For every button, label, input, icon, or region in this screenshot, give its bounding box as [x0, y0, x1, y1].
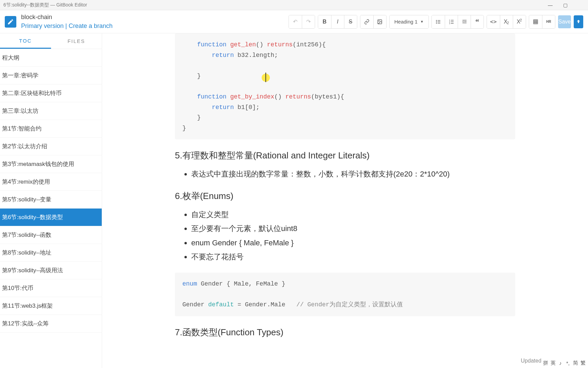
editor-content: function get_len() returns(int256){ retu…	[175, 33, 515, 338]
ime-bar[interactable]: 拼 英 ♪ *, 简 繁	[541, 358, 587, 367]
section-7-heading[interactable]: 7.函数类型(Function Types)	[175, 326, 515, 338]
bold-button[interactable]: B	[318, 15, 331, 28]
redo-button[interactable]: ↷	[302, 15, 315, 28]
list-item[interactable]: 自定义类型	[191, 208, 515, 221]
svg-rect-16	[462, 22, 467, 23]
toc-item[interactable]: 第11节:web3.js框架	[0, 297, 102, 315]
superscript-button[interactable]: X2	[513, 15, 526, 28]
chevron-down-icon: ▼	[420, 20, 424, 24]
list-item[interactable]: 至少要有一个元素，默认位uint8	[191, 222, 515, 235]
toc-item[interactable]: 第12节:实战--众筹	[0, 315, 102, 333]
italic-button[interactable]: I	[331, 15, 344, 28]
content-area: TOC FILES 程大纲第一章:密码学第二章:区块链和比特币第三章:以太坊第1…	[0, 33, 588, 368]
code-button[interactable]: <>	[487, 15, 500, 28]
text-caret	[265, 73, 266, 82]
list-group: 123 “	[431, 15, 484, 29]
primary-version-link[interactable]: Primary version	[21, 22, 64, 29]
code-block-2[interactable]: enum Gender { Male, FeMale } Gender defa…	[175, 273, 515, 316]
ime-simp[interactable]: 简	[572, 360, 578, 366]
heading-group: Heading 1 ▼	[389, 15, 429, 29]
titlebar: 6节:solidity--数据类型 — GitBook Editor — ▢	[0, 0, 588, 10]
code-block-1[interactable]: function get_len() returns(int256){ retu…	[175, 33, 515, 139]
undo-button[interactable]: ↶	[289, 15, 302, 28]
section-6-list[interactable]: 自定义类型至少要有一个元素，默认位uint8enum Gender { Male…	[175, 208, 515, 263]
ime-mode[interactable]: 拼	[542, 360, 549, 366]
svg-rect-14	[462, 20, 467, 20]
code-group: <> X2 X2	[487, 15, 526, 29]
svg-rect-5	[438, 20, 440, 20]
toc-item[interactable]: 第3节:metamask钱包的使用	[0, 155, 102, 173]
ol-icon: 123	[449, 19, 454, 25]
toc-item[interactable]: 第10节:代币	[0, 279, 102, 297]
section-6-heading[interactable]: 6.枚举(Enums)	[175, 190, 515, 202]
section-5-list[interactable]: 表达式中直接出现的数字常量：整数，小数，科学计数都支持(2e20：2*10^20…	[175, 168, 515, 180]
list-item[interactable]: 表达式中直接出现的数字常量：整数，小数，科学计数都支持(2e20：2*10^20…	[191, 168, 515, 180]
minimize-button[interactable]: —	[548, 3, 553, 7]
svg-point-3	[436, 21, 437, 22]
format-group: B I S	[318, 15, 357, 29]
image-button[interactable]	[373, 15, 386, 28]
window-controls: — ▢	[548, 3, 578, 7]
tab-files[interactable]: FILES	[51, 33, 102, 49]
image-icon	[377, 19, 382, 25]
ime-trad[interactable]: 繁	[580, 360, 586, 366]
create-branch-link[interactable]: Create a branch	[69, 22, 113, 29]
link-button[interactable]	[360, 15, 373, 28]
strike-button[interactable]: S	[344, 15, 357, 28]
toc-item[interactable]: 第7节:solidity--函数	[0, 226, 102, 244]
version-line: Primary version | Create a branch	[21, 22, 113, 30]
save-button[interactable]: Save	[558, 15, 571, 28]
link-icon	[364, 19, 370, 25]
toc-item[interactable]: 第9节:solidity--高级用法	[0, 262, 102, 279]
close-button[interactable]	[578, 3, 583, 7]
toc-item[interactable]: 第6节:solidity--数据类型	[0, 209, 102, 226]
list-item[interactable]: 不要忘了花括号	[191, 250, 515, 263]
hr-button[interactable]: HR	[542, 15, 555, 28]
toc-item[interactable]: 第8节:solidity--地址	[0, 244, 102, 262]
heading-dropdown[interactable]: Heading 1 ▼	[390, 15, 428, 28]
toc-item[interactable]: 第二章:区块链和比特币	[0, 85, 102, 102]
table-button[interactable]	[529, 15, 542, 28]
outdent-icon	[462, 19, 467, 25]
window-title: 6节:solidity--数据类型 — GitBook Editor	[3, 2, 548, 8]
publish-button[interactable]	[574, 15, 583, 28]
toc-item[interactable]: 第5节:solidity--变量	[0, 191, 102, 209]
toc-item[interactable]: 第4节:remix的使用	[0, 173, 102, 191]
table-icon	[533, 19, 538, 25]
ime-music-icon[interactable]: ♪	[557, 360, 564, 366]
outdent-button[interactable]	[458, 15, 471, 28]
toc-item[interactable]: 第1节:智能合约	[0, 120, 102, 138]
toc-item[interactable]: 第三章:以太坊	[0, 102, 102, 120]
svg-rect-12	[451, 21, 454, 22]
toolbar: ↶ ↷ B I S Heading 1 ▼	[289, 15, 583, 29]
section-5-heading[interactable]: 5.有理数和整型常量(Rational and Integer Literals…	[175, 150, 515, 162]
editor[interactable]: function get_len() returns(int256){ retu…	[102, 33, 588, 368]
app-logo	[5, 16, 16, 28]
table-group: HR	[529, 15, 555, 29]
svg-rect-13	[451, 23, 454, 24]
svg-rect-7	[438, 23, 440, 23]
book-info: block-chain Primary version | Create a b…	[21, 13, 113, 30]
toc-list[interactable]: 程大纲第一章:密码学第二章:区块链和比特币第三章:以太坊第1节:智能合约第2节:…	[0, 49, 102, 368]
sidebar: TOC FILES 程大纲第一章:密码学第二章:区块链和比特币第三章:以太坊第1…	[0, 33, 102, 368]
list-item[interactable]: enum Gender { Male, FeMale }	[191, 236, 515, 249]
ime-punct[interactable]: *,	[565, 360, 571, 366]
tab-toc[interactable]: TOC	[0, 33, 51, 49]
subscript-button[interactable]: X2	[500, 15, 513, 28]
toc-item[interactable]: 第一章:密码学	[0, 67, 102, 85]
insert-group	[360, 15, 387, 29]
toc-item[interactable]: 第2节:以太坊介绍	[0, 138, 102, 155]
ul-button[interactable]	[432, 15, 445, 28]
book-name: block-chain	[21, 13, 113, 21]
ol-button[interactable]: 123	[445, 15, 458, 28]
maximize-button[interactable]: ▢	[563, 3, 568, 7]
svg-rect-17	[534, 20, 538, 24]
quote-button[interactable]: “	[471, 15, 484, 28]
ul-icon	[436, 19, 441, 25]
svg-point-1	[379, 20, 379, 21]
cloud-icon	[576, 19, 581, 24]
header: block-chain Primary version | Create a b…	[0, 10, 588, 33]
ime-lang[interactable]: 英	[550, 360, 556, 366]
app-window: 6节:solidity--数据类型 — GitBook Editor — ▢ b…	[0, 0, 588, 368]
toc-item[interactable]: 程大纲	[0, 49, 102, 67]
